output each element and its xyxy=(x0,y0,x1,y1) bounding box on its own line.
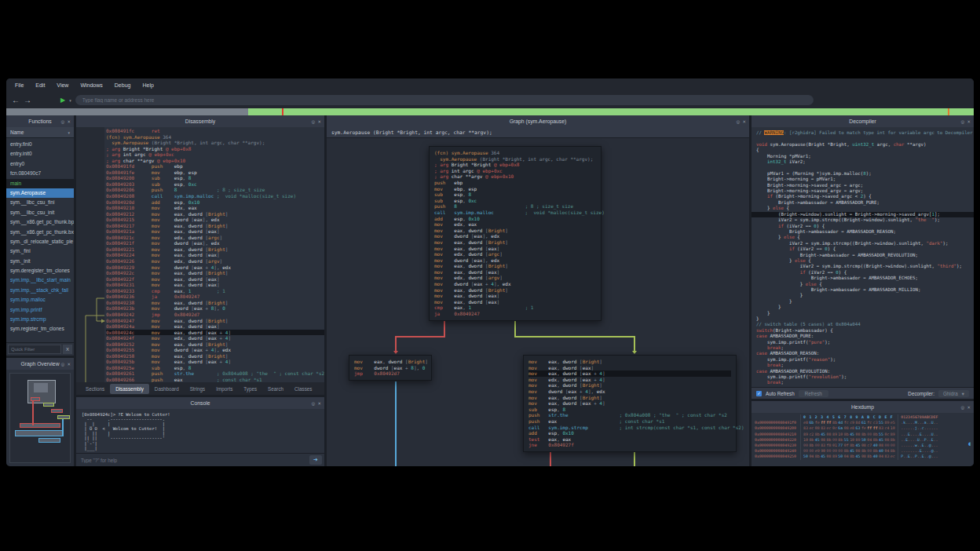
quick-filter-input[interactable] xyxy=(8,345,61,354)
decompiler-line[interactable]: pMVar1 = (Morning *)sym.imp.malloc(8); xyxy=(756,171,974,177)
decompiler-line[interactable]: Morning *pMVar1; xyxy=(756,154,974,159)
disassembly-line[interactable]: 0x08049203 sub esp, 0xc xyxy=(106,181,324,188)
console-command-input[interactable] xyxy=(76,458,309,463)
decompiler-line[interactable] xyxy=(756,136,974,141)
close-icon[interactable]: ✕ xyxy=(967,405,971,410)
pin-icon[interactable]: ◎ xyxy=(961,119,965,124)
function-list-item[interactable]: sym.imp.malloc xyxy=(6,295,74,305)
function-list-item[interactable]: sym.Aeropause xyxy=(6,188,74,198)
pin-icon[interactable]: ◎ xyxy=(61,362,65,367)
decompiler-line[interactable]: } else { xyxy=(756,258,974,264)
close-icon[interactable]: ✕ xyxy=(67,362,71,367)
console-send-icon[interactable]: ➜ xyxy=(309,455,322,465)
decompiler-line[interactable]: sym.imp.printf("revolution"); xyxy=(756,374,974,380)
decompiler-line[interactable]: } xyxy=(756,305,974,310)
function-list-item[interactable]: fcn.080490c7 xyxy=(6,169,74,178)
function-list-item[interactable]: main xyxy=(6,179,74,188)
disassembly-line[interactable]: 0x08049226 mov edx, dword [argv] xyxy=(106,258,324,265)
disassembly-view[interactable]: 0x080491fc ret(fcn) sym.Aeropause 364 sy… xyxy=(76,127,324,382)
decompiler-line[interactable]: Bright->ambassador = AMBASSADOR_ECHOES; xyxy=(756,276,974,281)
forward-arrow-icon[interactable]: → xyxy=(24,97,31,104)
decompiler-line[interactable]: case AMBASSADOR_PURE: xyxy=(756,334,974,339)
tab-search[interactable]: Search xyxy=(262,384,289,394)
disassembly-line[interactable]: 0x08049208 call sym.imp.malloc ; void *m… xyxy=(106,193,324,199)
decompiler-line[interactable]: } xyxy=(756,311,974,316)
menu-help[interactable]: Help xyxy=(142,82,153,88)
close-icon[interactable]: ✕ xyxy=(67,119,71,124)
menu-debug[interactable]: Debug xyxy=(115,82,131,88)
filter-clear-button[interactable]: X xyxy=(63,345,72,354)
disassembly-line[interactable]: 0x0804921f mov dword [eax], edx xyxy=(106,240,324,246)
decompiler-line[interactable]: sym.imp.printf("reason"); xyxy=(756,357,974,363)
decompiler-line[interactable]: sym.imp.printf("pure"); xyxy=(756,340,974,345)
disassembly-line[interactable]: 0x08049231 mov eax, dword [eax] xyxy=(106,282,324,288)
function-list-item[interactable]: sym.imp.printf xyxy=(6,305,74,315)
disassembly-line[interactable]: 0x08049242 jmp 0x80492d7 xyxy=(106,312,324,318)
disassembly-line[interactable]: 0x08049215 mov dword [eax], edx xyxy=(106,217,324,223)
decompiler-line[interactable]: if (iVar2 == 0) { xyxy=(756,270,974,276)
debug-play-icon[interactable]: ▶ xyxy=(60,97,65,104)
decompiler-line[interactable]: } else { xyxy=(756,282,974,287)
pin-icon[interactable]: ◎ xyxy=(961,405,965,410)
decompiler-line[interactable]: } else { xyxy=(756,206,974,211)
menu-edit[interactable]: Edit xyxy=(35,82,45,88)
tab-sections[interactable]: Sections xyxy=(80,384,110,394)
function-list-item[interactable]: sym._fini xyxy=(6,246,74,256)
decompiler-line[interactable]: break; xyxy=(756,345,974,351)
function-list-item[interactable]: sym.deregister_tm_clones xyxy=(6,266,74,276)
tab-dashboard[interactable]: Dashboard xyxy=(149,384,185,394)
function-list-item[interactable]: sym.__x86.get_pc_thunk.bp xyxy=(6,217,74,227)
disassembly-line[interactable]: 0x08049229 mov dword [eax + 4], edx xyxy=(106,265,324,271)
decompiler-line[interactable]: Bright->ambassador = AMBASSADOR_PURE; xyxy=(756,200,974,206)
menu-windows[interactable]: Windows xyxy=(80,82,102,88)
function-list-item[interactable]: entry.init0 xyxy=(6,149,74,159)
pin-icon[interactable]: ◎ xyxy=(312,401,316,406)
decompiler-line[interactable]: (Bright->window).sunlight = Bright->morn… xyxy=(751,212,974,217)
decompiler-line[interactable]: switch(Bright->ambassador) { xyxy=(756,328,974,334)
decompiler-line[interactable]: iVar2 = sym.imp.strcmp((Bright->window).… xyxy=(756,241,974,246)
tab-imports[interactable]: Imports xyxy=(210,384,238,394)
function-list-item[interactable]: sym.register_tm_clones xyxy=(6,324,74,334)
decompiler-line[interactable]: break; xyxy=(756,380,974,385)
decompiler-line[interactable]: Bright->morning = pMVar1; xyxy=(756,177,974,182)
disassembly-line[interactable]: 0x08049210 mov edx, eax xyxy=(106,205,324,211)
decompiler-line[interactable]: // switch table (5 cases) at 0x804a044 xyxy=(756,322,974,327)
disassembly-line[interactable]: 0x0804921a mov eax, dword [eax] xyxy=(106,228,324,235)
seek-bar[interactable] xyxy=(6,108,974,115)
graph-node-true[interactable]: mov eax, dword [Bright]mov eax, dword [e… xyxy=(523,355,737,452)
decompiler-line[interactable]: break; xyxy=(756,363,974,368)
graph-node-entry[interactable]: (fcn) sym.Aeropause 364 sym.Aeropause (B… xyxy=(429,146,602,321)
menu-file[interactable]: File xyxy=(15,82,24,88)
address-search-input[interactable] xyxy=(75,95,814,105)
refresh-button[interactable]: Refresh xyxy=(799,390,828,397)
decompiler-line[interactable]: case AMBASSADOR_REASON: xyxy=(756,351,974,356)
disassembly-line[interactable]: 0x08049236 ja 0x8049247 xyxy=(106,294,324,300)
function-list-item[interactable]: sym.imp.__libc_start_main xyxy=(6,276,74,285)
tab-types[interactable]: Types xyxy=(238,384,262,394)
disassembly-line[interactable]: 0x0804924a mov eax, dword [eax] xyxy=(106,323,324,330)
disassembly-line[interactable]: 0x08049247 mov eax, dword [Bright] xyxy=(106,318,324,324)
disassembly-line[interactable]: 0x08049200 sub esp, 8 xyxy=(106,175,324,181)
function-list-item[interactable]: sym.imp.strcmp xyxy=(6,315,74,324)
disassembly-line[interactable]: ; arg Bright *Bright @ ebp+0x8 xyxy=(106,146,324,152)
decompiler-code[interactable]: // WARNING: [r2ghidra] Failed to match t… xyxy=(751,127,974,387)
close-icon[interactable]: ✕ xyxy=(967,119,971,124)
decompiler-line[interactable]: case AMBASSADOR_REVOLUTION: xyxy=(756,369,974,374)
disassembly-line[interactable]: 0x08049255 mov dword [eax + 4], edx xyxy=(106,347,324,353)
decompiler-line[interactable]: } else { xyxy=(756,235,974,240)
decompiler-line[interactable]: Bright->morning->saved_argc = argc; xyxy=(756,183,974,188)
disassembly-line[interactable]: sym.Aeropause (Bright *Bright, int argc,… xyxy=(106,140,324,146)
decompiler-line[interactable]: if (Bright->morning->saved_argc < 2) { xyxy=(756,194,974,199)
decompiler-line[interactable]: Bright->morning->saved_argv = argv; xyxy=(756,188,974,194)
disassembly-line[interactable]: 0x08049258 mov eax, dword [Bright] xyxy=(106,353,324,359)
function-list-item[interactable]: sym._dl_relocate_static_pie xyxy=(6,237,74,246)
decompiler-line[interactable] xyxy=(756,165,974,170)
disassembly-line[interactable]: 0x080491fc ret xyxy=(106,128,324,134)
disassembly-line[interactable]: 0x08049252 mov eax, dword [Bright] xyxy=(106,341,324,348)
decompiler-line[interactable]: void sym.Aeropause(Bright *Bright, uint3… xyxy=(756,142,974,148)
disassembly-line[interactable]: 0x0804924f mov edx, dword [eax + 4] xyxy=(106,335,324,341)
disassembly-line[interactable]: 0x08049212 mov eax, dword [Bright] xyxy=(106,211,324,217)
function-list-item[interactable]: sym.__libc_csu_fini xyxy=(6,198,74,207)
function-list-item[interactable]: sym.__x86.get_pc_thunk.bx xyxy=(6,228,74,237)
decompiler-line[interactable]: int32_t iVar2; xyxy=(756,159,974,165)
